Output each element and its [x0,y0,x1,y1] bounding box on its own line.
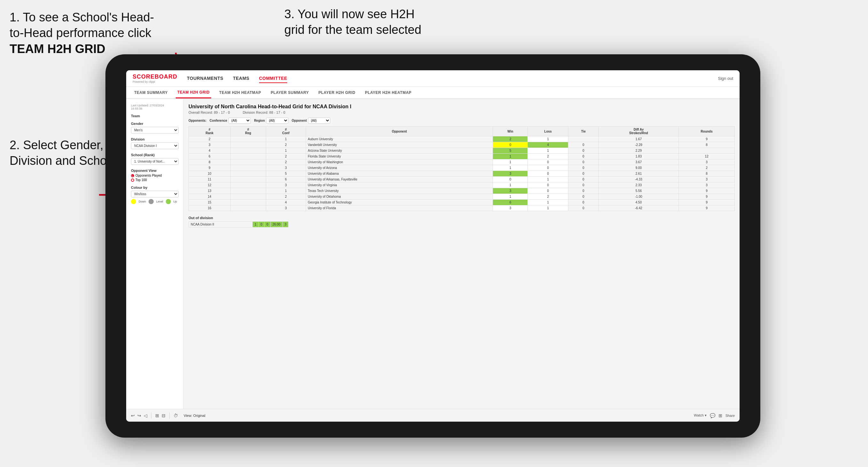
team-section: Team [131,114,179,118]
legend-down-label: Down [138,200,146,203]
cell-name: Vanderbilt University [306,142,493,148]
cell-win: 3 [493,171,528,177]
team-label: Team [131,114,179,118]
cell-tie: 0 [568,171,599,177]
legend-up-label: Up [174,200,177,203]
radio-group: Opponents Played Top 100 [131,174,179,182]
out-diff: 26.00 [270,222,282,227]
cell-diff: 9.00 [599,165,679,171]
cell-diff: 1.67 [599,136,679,142]
cell-loss: 0 [528,182,568,188]
radio-top100[interactable]: Top 100 [131,178,179,182]
cell-name: University of Alabama [306,171,493,177]
comment-btn[interactable]: 💬 [710,413,715,418]
subnav-player-h2h-heatmap[interactable]: PLAYER H2H HEATMAP [363,87,413,98]
ann1-line1: 1. To see a School's Head- [9,10,154,24]
ann2-text: 2. Select Gender, Division and School [9,138,116,167]
table-row: 16 3 University of Florida 3 1 0 -6.42 9 [189,206,735,211]
cell-name: Auburn University [306,136,493,142]
cell-tie: 0 [568,142,599,148]
ann1-line2: to-Head performance click [9,26,151,40]
subnav-team-h2h-grid[interactable]: TEAM H2H GRID [176,87,211,98]
cell-tie: 0 [568,148,599,154]
radio-dot-1 [131,174,134,177]
color-down [131,199,136,204]
cell-rounds: 2 [679,165,735,171]
divider-1 [151,412,151,419]
cell-diff: 2.33 [599,182,679,188]
cell-reg [230,159,266,165]
table-row: 4 1 Arizona State University 5 1 0 2.29 [189,148,735,154]
share-btn[interactable]: Share [725,414,735,417]
back-btn[interactable]: ◁ [144,413,147,418]
opponent-select[interactable]: (All) [308,118,330,124]
view-label: View: Original [184,414,206,417]
radio-opponents-played[interactable]: Opponents Played [131,174,179,177]
cell-rounds: 9 [679,200,735,206]
cell-rank: 9 [189,165,231,171]
cell-name: University of Washington [306,159,493,165]
cell-conf: 3 [266,165,306,171]
subnav-player-h2h-grid[interactable]: PLAYER H2H GRID [317,87,357,98]
cell-name: Texas Tech University [306,188,493,194]
cell-rank: 4 [189,148,231,154]
subnav-team-summary[interactable]: TEAM SUMMARY [132,87,169,98]
cell-reg [230,206,266,211]
nav-committee[interactable]: COMMITTEE [259,74,287,83]
colour-select[interactable]: Win/loss [131,191,179,197]
cell-rounds: 9 [679,188,735,194]
table-header-row: #Rank #Reg #Conf Opponent Win Loss Tie D… [189,126,735,136]
radio-dot-2 [131,179,134,182]
opponent-label: Opponent [292,119,307,122]
grid-btn[interactable]: ⊞ [718,413,722,418]
subnav-team-h2h-heatmap[interactable]: TEAM H2H HEATMAP [218,87,262,98]
redo-btn[interactable]: ↪ [137,413,141,418]
cell-rank: 3 [189,142,231,148]
out-rounds: 3 [282,222,288,227]
cell-reg [230,142,266,148]
cell-diff: 1.83 [599,154,679,159]
sign-out[interactable]: Sign out [718,76,733,81]
main-area: University of North Carolina Head-to-Hea… [184,99,740,409]
nav-tournaments[interactable]: TOURNAMENTS [187,74,223,83]
cell-reg [230,194,266,200]
col-diff: Diff AvStrokes/Rnd [599,126,679,136]
col-opponent: Opponent [306,126,493,136]
division-select[interactable]: NCAA Division I [131,143,179,149]
cell-reg [230,154,266,159]
col-conf: #Conf [266,126,306,136]
color-level [149,199,154,204]
division-label: Division [131,137,179,141]
region-label: Region [254,119,265,122]
cell-reg [230,182,266,188]
cell-win: 1 [493,159,528,165]
school-label: School (Rank) [131,153,179,157]
subnav-player-summary[interactable]: PLAYER SUMMARY [269,87,310,98]
nav-teams[interactable]: TEAMS [233,74,249,83]
cell-rounds [679,148,735,154]
ann1-bold: TEAM H2H GRID [9,42,105,56]
legend-level-label: Level [156,200,163,203]
cell-loss: 1 [528,148,568,154]
school-select[interactable]: 1. University of Nort... [131,158,179,165]
region-select[interactable]: (All) [266,118,288,124]
table-row: 6 2 Florida State University 1 2 0 1.83 … [189,154,735,159]
colour-section: Colour by Win/loss Down Level Up [131,186,179,204]
copy-btn[interactable]: ⊞ [155,413,159,418]
toolbar-right: Watch ▾ 💬 ⊞ Share [694,413,735,418]
col-reg: #Reg [230,126,266,136]
undo-btn[interactable]: ↩ [131,413,135,418]
gender-select[interactable]: Men's [131,127,179,133]
color-legend: Down Level Up [131,199,179,204]
watch-btn[interactable]: Watch ▾ [694,413,707,417]
cell-name: University of Oklahoma [306,194,493,200]
cell-conf: 1 [266,148,306,154]
cell-conf: 2 [266,154,306,159]
paste-btn[interactable]: ⊟ [162,413,165,418]
division-section: Division NCAA Division I [131,137,179,149]
logo: SCOREBOARD Powered by clippi [132,73,177,83]
clock-btn[interactable]: ⏱ [174,413,178,418]
records-row: Overall Record: 89 - 17 - 0 Division Rec… [188,111,735,114]
out-name: NCAA Division II [189,222,253,227]
conference-select[interactable]: (All) [228,118,251,124]
